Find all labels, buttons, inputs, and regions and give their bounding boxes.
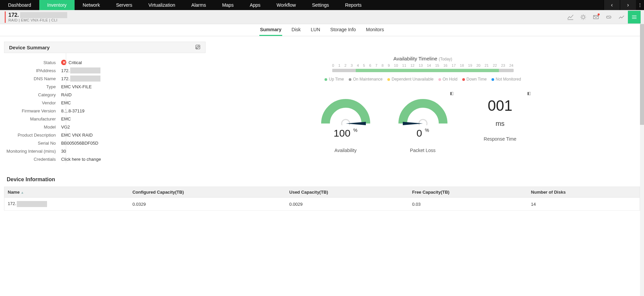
tab-summary[interactable]: Summary xyxy=(259,24,282,36)
tick-label: 19 xyxy=(468,63,472,67)
svg-line-8 xyxy=(581,18,582,19)
device-summary-panel-header: Device Summary xyxy=(4,42,206,53)
chart-icon[interactable] xyxy=(564,11,577,23)
summary-value-text: EMC xyxy=(61,100,71,105)
nav-item-inventory[interactable]: Inventory xyxy=(39,0,75,10)
summary-value: EMC xyxy=(61,116,71,121)
panel-title: Device Summary xyxy=(9,45,50,50)
nav-more-button[interactable]: ⋮ xyxy=(636,0,644,10)
menu-icon[interactable] xyxy=(628,11,641,23)
legend-dependent: Dependent Unavailable xyxy=(387,77,434,82)
vertical-scrollbar[interactable] xyxy=(640,24,644,296)
alarm-icon[interactable] xyxy=(577,11,590,23)
tick-label: 6 xyxy=(369,63,371,67)
device-information-table: Name▲Configured Capacity(TB)Used Capacit… xyxy=(4,187,640,211)
link-icon[interactable] xyxy=(602,11,615,23)
table-header[interactable]: Used Capacity(TB) xyxy=(286,187,409,198)
nav-item-settings[interactable]: Settings xyxy=(304,0,337,10)
availability-gauge[interactable]: 100 % Availability xyxy=(317,98,374,153)
nav-prev-button[interactable]: ‹ xyxy=(604,0,620,10)
svg-line-6 xyxy=(581,15,582,16)
tick-label: 22 xyxy=(493,63,497,67)
table-header[interactable]: Name▲ xyxy=(4,187,129,198)
responsetime-box[interactable]: ◧ 001 ms Response Time xyxy=(472,98,529,153)
timeline-bar[interactable] xyxy=(332,69,514,72)
nav-item-virtualization[interactable]: Virtualization xyxy=(140,0,183,10)
table-header[interactable]: Number of Disks xyxy=(528,187,640,198)
device-metrics: Availability Timeline (Today) 0123456789… xyxy=(206,53,640,163)
probe-icon[interactable]: ◧ xyxy=(450,91,454,96)
summary-value: 172. xyxy=(61,76,100,82)
tick-label: 21 xyxy=(484,63,488,67)
probe-icon[interactable]: ◧ xyxy=(527,91,531,96)
timeline-title: Availability Timeline (Today) xyxy=(219,56,627,61)
gauge-row: 100 % Availability ◧ 0 % Packet Loss ◧ 0… xyxy=(219,98,627,153)
tick-label: 10 xyxy=(394,63,398,67)
tab-lun[interactable]: LUN xyxy=(310,24,321,36)
summary-row: ManufacturerEMC xyxy=(4,115,206,123)
tick-label: 3 xyxy=(351,63,353,67)
summary-row: DNS Name172. xyxy=(4,75,206,83)
nav-next-button[interactable]: › xyxy=(620,0,636,10)
svg-point-1 xyxy=(582,15,585,18)
device-ip-prefix: 172. xyxy=(8,12,19,18)
device-ip-masked xyxy=(20,12,67,18)
table-row[interactable]: 172.0.03290.00290.0314 xyxy=(4,198,640,211)
tick-label: 15 xyxy=(435,63,439,67)
nav-item-dashboard[interactable]: Dashboard xyxy=(0,0,39,10)
summary-row: TypeEMC VNX-FILE xyxy=(4,83,206,91)
timeline-segment xyxy=(332,69,356,72)
tick-label: 16 xyxy=(443,63,447,67)
nav-item-network[interactable]: Network xyxy=(75,0,108,10)
tick-label: 0 xyxy=(332,63,334,67)
content-area: Device Summary Status✕CriticalIPAddress1… xyxy=(0,36,644,296)
summary-row: Serial NoBB005056BDF05D xyxy=(4,139,206,147)
summary-value: BB005056BDF05D xyxy=(61,141,98,146)
tick-label: 4 xyxy=(357,63,359,67)
summary-value: 172. xyxy=(61,67,100,73)
table-header[interactable]: Free Capacity(TB) xyxy=(409,187,528,198)
tick-label: 12 xyxy=(411,63,415,67)
summary-key: Vendor xyxy=(4,100,61,105)
summary-value-text: 8.1.8-37119 xyxy=(61,108,84,113)
tick-label: 24 xyxy=(509,63,513,67)
tab-storage-info[interactable]: Storage Info xyxy=(330,24,356,36)
tick-label: 2 xyxy=(344,63,346,67)
nav-item-servers[interactable]: Servers xyxy=(108,0,140,10)
summary-key: Model xyxy=(4,125,61,130)
packetloss-label: Packet Loss xyxy=(394,148,452,153)
summary-value-text: 30 xyxy=(61,149,66,154)
mail-icon[interactable] xyxy=(590,11,602,23)
nav-item-alarms[interactable]: Alarms xyxy=(183,0,214,10)
nav-item-reports[interactable]: Reports xyxy=(337,0,370,10)
sort-asc-icon: ▲ xyxy=(20,191,24,194)
cell-value: 0.0329 xyxy=(129,198,286,211)
summary-key: Credentials xyxy=(4,157,61,162)
packetloss-gauge[interactable]: ◧ 0 % Packet Loss xyxy=(394,98,452,153)
summary-value: RAID xyxy=(61,92,72,97)
nav-item-maps[interactable]: Maps xyxy=(214,0,242,10)
tab-disk[interactable]: Disk xyxy=(291,24,301,36)
summary-key: Serial No xyxy=(4,141,61,146)
summary-value: VG2 xyxy=(61,125,70,130)
summary-key: Manufacturer xyxy=(4,116,61,121)
summary-row: IPAddress172. xyxy=(4,66,206,75)
edit-icon[interactable] xyxy=(195,44,201,51)
tab-monitors[interactable]: Monitors xyxy=(365,24,385,36)
trend-icon[interactable] xyxy=(615,11,628,23)
status-critical-icon: ✕ xyxy=(61,60,67,65)
scrollbar-thumb[interactable] xyxy=(640,24,644,125)
summary-value-text: BB005056BDF05D xyxy=(61,141,98,146)
svg-point-15 xyxy=(342,119,350,125)
nav-item-workflow[interactable]: Workflow xyxy=(268,0,304,10)
tick-label: 8 xyxy=(382,63,384,67)
summary-value[interactable]: Click here to change xyxy=(61,157,101,162)
summary-key: DNS Name xyxy=(4,76,61,81)
legend-onhold: On Hold xyxy=(438,77,458,82)
nav-item-apps[interactable]: Apps xyxy=(242,0,268,10)
responsetime-unit: ms xyxy=(472,120,529,128)
page-header: 172. RAID | EMC VNX-FILE | CLI xyxy=(0,10,644,24)
tick-label: 9 xyxy=(388,63,390,67)
summary-value-text[interactable]: Click here to change xyxy=(61,157,101,162)
table-header[interactable]: Configured Capacity(TB) xyxy=(129,187,286,198)
